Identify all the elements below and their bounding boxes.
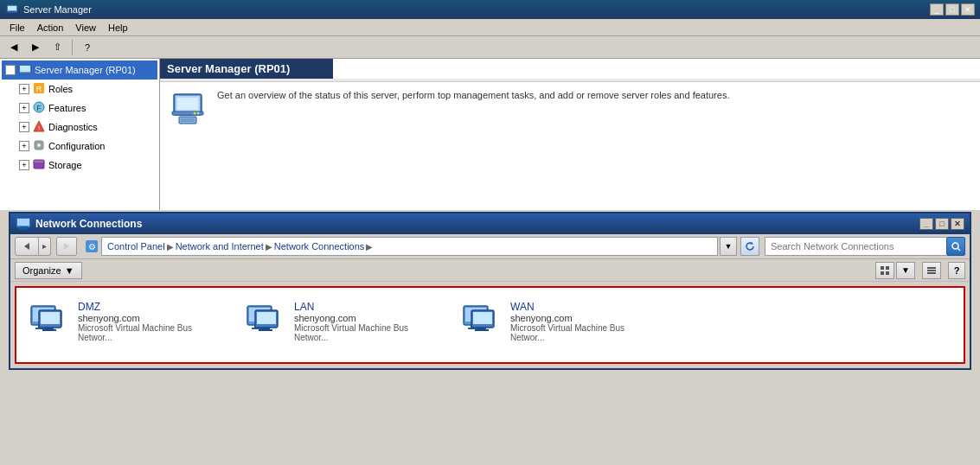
breadcrumb-controlpanel[interactable]: Control Panel [107, 241, 165, 252]
svg-rect-18 [181, 118, 195, 122]
net-items-area: DMZ shenyong.com Microsoft Virtual Machi… [15, 286, 965, 364]
nc-title-controls: _ □ ✕ [919, 218, 964, 230]
close-btn[interactable]: ✕ [961, 3, 975, 16]
tree-icon-features: F [32, 100, 46, 116]
tree-label-storage: Storage [48, 160, 82, 170]
title-bar-text: Server Manager [23, 4, 92, 15]
svg-marker-28 [64, 243, 69, 250]
view-tiles-btn[interactable] [875, 262, 894, 279]
svg-rect-24 [20, 226, 27, 228]
breadcrumb-netconnections[interactable]: Network Connections [274, 241, 365, 252]
expand-storage[interactable]: + [19, 160, 29, 170]
svg-rect-56 [259, 329, 272, 331]
sm-description-text: Get an overview of the status of this se… [217, 89, 729, 101]
tree-item-root[interactable]: - Server Manager (RP01) [2, 61, 157, 80]
svg-rect-23 [17, 219, 29, 226]
expand-diagnostics[interactable]: + [19, 122, 29, 132]
nc-restore-btn[interactable]: □ [935, 218, 949, 230]
adapter-lan[interactable]: LAN shenyong.com Microsoft Virtual Machi… [241, 296, 449, 354]
nav-btn-group [15, 237, 51, 256]
svg-rect-54 [257, 312, 276, 324]
menu-help[interactable]: Help [103, 22, 133, 34]
organize-btn[interactable]: Organize ▼ [15, 262, 82, 279]
up-btn[interactable]: ⇧ [48, 39, 67, 56]
menu-view[interactable]: View [70, 22, 101, 34]
tree-icon-storage [32, 157, 46, 173]
tree-item-diagnostics[interactable]: + ! Diagnostics [2, 118, 157, 137]
tree-icon-configuration [32, 138, 46, 154]
nav-back-btn[interactable] [15, 237, 39, 256]
network-connections-window: Network Connections _ □ ✕ ⚙ [9, 212, 971, 370]
tree-item-roles[interactable]: + R Roles [2, 80, 157, 99]
server-manager-icon [5, 2, 19, 18]
tree-icon-diagnostics: ! [32, 119, 46, 135]
help-toolbar-btn[interactable]: ? [78, 39, 97, 56]
organize-arrow-icon: ▼ [65, 265, 74, 276]
adapter-lan-icon-row: LAN shenyong.com Microsoft Virtual Machi… [246, 301, 445, 342]
wan-domain: shenyong.com [510, 313, 661, 323]
nav-back-arrow-btn[interactable] [39, 237, 51, 256]
tree-label-configuration: Configuration [48, 141, 105, 151]
lan-icon-stack [246, 304, 287, 339]
refresh-btn[interactable] [740, 237, 759, 256]
nav-forward-btn[interactable] [56, 237, 77, 256]
tree-label-diagnostics: Diagnostics [48, 122, 98, 132]
back-btn[interactable]: ◀ [4, 39, 23, 56]
svg-rect-36 [881, 271, 884, 275]
menu-bar: File Action View Help [0, 19, 980, 36]
svg-point-32 [952, 243, 958, 249]
nc-minimize-btn[interactable]: _ [919, 218, 933, 230]
search-input[interactable] [765, 237, 946, 256]
nc-address-bar: ⚙ Control Panel ▶ Network and Internet ▶… [10, 234, 970, 259]
dmz-driver: Microsoft Virtual Machine Bus Networ... [78, 323, 228, 342]
menu-file[interactable]: File [4, 22, 30, 34]
svg-marker-26 [24, 243, 29, 250]
minimize-btn[interactable]: _ [930, 3, 944, 16]
menu-action[interactable]: Action [32, 22, 69, 34]
tree-item-configuration[interactable]: + Configuration [2, 137, 157, 156]
svg-rect-48 [42, 329, 56, 331]
svg-marker-27 [42, 245, 47, 249]
expand-roles[interactable]: + [19, 84, 29, 94]
adapter-dmz[interactable]: DMZ shenyong.com Microsoft Virtual Machi… [25, 296, 233, 354]
server-icon [167, 89, 208, 133]
expand-root[interactable]: - [5, 65, 16, 75]
sm-description: Get an overview of the status of this se… [217, 90, 729, 100]
address-dropdown-btn[interactable]: ▼ [720, 237, 737, 256]
help-btn[interactable]: ? [948, 262, 965, 279]
view-details-btn[interactable] [922, 262, 941, 279]
forward-btn[interactable]: ▶ [26, 39, 45, 56]
tree-panel: - Server Manager (RP01) + R Roles + F Fe… [0, 59, 160, 210]
lan-driver: Microsoft Virtual Machine Bus Networ... [294, 323, 445, 342]
dmz-name: DMZ [78, 301, 228, 313]
wan-monitor-front [471, 309, 498, 335]
tree-item-features[interactable]: + F Features [2, 99, 157, 118]
svg-rect-25 [19, 228, 28, 230]
expand-configuration[interactable]: + [19, 141, 29, 151]
cp-icon: ⚙ [84, 239, 99, 254]
view-dropdown-btn[interactable]: ▼ [896, 262, 915, 279]
expand-features[interactable]: + [19, 103, 29, 113]
svg-rect-16 [177, 98, 198, 110]
organize-label: Organize [22, 265, 61, 276]
breadcrumb-networkinternet[interactable]: Network and Internet [176, 241, 264, 252]
tree-item-storage[interactable]: + Storage [2, 156, 157, 175]
address-breadcrumb: Control Panel ▶ Network and Internet ▶ N… [101, 237, 718, 256]
server-manager-title-bar: Server Manager _ □ ✕ [0, 0, 980, 19]
nc-close-btn[interactable]: ✕ [951, 218, 964, 230]
svg-text:R: R [36, 85, 42, 93]
adapter-wan[interactable]: WAN shenyong.com Microsoft Virtual Machi… [458, 296, 665, 354]
sm-content: - Server Manager (RP01) + R Roles + F Fe… [0, 59, 980, 210]
svg-rect-38 [927, 267, 936, 269]
lan-name: LAN [294, 301, 445, 313]
svg-rect-40 [927, 272, 936, 274]
lan-monitor-front [254, 309, 282, 335]
svg-rect-64 [475, 329, 489, 331]
tree-label-root: Server Manager (RP01) [35, 65, 136, 75]
svg-rect-2 [10, 11, 15, 13]
dmz-info: DMZ shenyong.com Microsoft Virtual Machi… [78, 301, 228, 342]
breadcrumb-sep-1: ▶ [167, 242, 174, 252]
wan-icon-stack [462, 304, 503, 339]
search-btn[interactable] [946, 237, 965, 256]
maximize-btn[interactable]: □ [945, 3, 959, 16]
